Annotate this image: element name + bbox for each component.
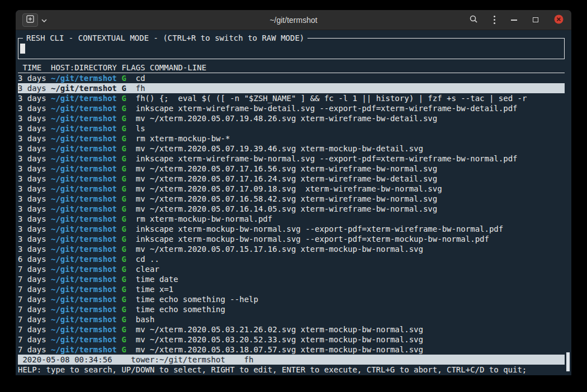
row-directory: ~/git/termshot — [51, 275, 117, 284]
row-flag: G — [121, 144, 126, 153]
row-flag: G — [121, 154, 126, 163]
row-time: 6 days — [18, 255, 46, 264]
row-directory: ~/git/termshot — [51, 265, 117, 274]
new-tab-button[interactable] — [22, 13, 38, 27]
row-command: clear — [136, 265, 159, 274]
row-time: 3 days — [18, 114, 46, 123]
history-row[interactable]: 3 days ~/git/termshot G fh — [18, 83, 565, 93]
scrollbar-thumb[interactable] — [566, 352, 570, 371]
search-icon — [469, 15, 478, 25]
row-time: 7 days — [18, 305, 46, 314]
history-row[interactable]: 7 days ~/git/termshot G time date — [18, 274, 565, 284]
titlebar-left-controls — [22, 13, 48, 27]
history-row[interactable]: 3 days ~/git/termshot G inkscape xterm-w… — [18, 103, 565, 113]
history-row[interactable]: 3 days ~/git/termshot G cd — [18, 73, 565, 83]
history-row[interactable]: 7 days ~/git/termshot G bash — [18, 314, 565, 324]
history-rows: 3 days ~/git/termshot G cd3 days ~/git/t… — [18, 73, 565, 355]
mode-title: RESH CLI - CONTEXTUAL MODE - (CTRL+R to … — [23, 33, 307, 43]
search-button[interactable] — [468, 13, 479, 26]
row-directory: ~/git/termshot — [51, 345, 117, 354]
history-row[interactable]: 3 days ~/git/termshot G inkscape xterm-w… — [18, 154, 565, 164]
row-time: 3 days — [18, 245, 46, 254]
row-command: mv ~/xterm.2020.05.07.15.17.16.svg xterm… — [136, 245, 423, 254]
row-flag: G — [121, 305, 126, 314]
history-row[interactable]: 7 days ~/git/termshot G mv ~/xterm.2020.… — [18, 345, 565, 355]
row-flag: G — [121, 84, 126, 93]
history-row[interactable]: 3 days ~/git/termshot G inkscape xterm-m… — [18, 234, 565, 244]
row-command: mv ~/xterm.2020.05.07.19.48.26.svg xterm… — [136, 114, 437, 123]
row-directory: ~/git/termshot — [51, 124, 117, 133]
row-directory: ~/git/termshot — [51, 204, 117, 213]
row-directory: ~/git/termshot — [51, 255, 117, 264]
terminal-content: RESH CLI - CONTEXTUAL MODE - (CTRL+R to … — [16, 30, 571, 375]
history-row[interactable]: 3 days ~/git/termshot G fh() {; eval $( … — [18, 93, 565, 103]
history-row[interactable]: 3 days ~/git/termshot G inkscape xterm-m… — [18, 224, 565, 234]
row-time: 3 days — [18, 184, 46, 193]
history-row[interactable]: 3 days ~/git/termshot G mv ~/xterm.2020.… — [18, 174, 565, 184]
row-directory: ~/git/termshot — [51, 144, 117, 153]
row-command: mv ~/xterm.2020.05.07.17.16.56.svg xterm… — [136, 164, 437, 173]
row-time: 3 days — [18, 94, 46, 103]
history-row[interactable]: 7 days ~/git/termshot G time x=1 — [18, 284, 565, 294]
row-directory: ~/git/termshot — [51, 194, 117, 203]
row-command: cd .. — [136, 255, 159, 264]
row-command: bash — [136, 315, 155, 324]
history-row[interactable]: 3 days ~/git/termshot G mv ~/xterm.2020.… — [18, 244, 565, 254]
row-directory: ~/git/termshot — [51, 84, 117, 93]
history-row[interactable]: 7 days ~/git/termshot G time echo someth… — [18, 294, 565, 304]
history-row[interactable]: 7 days ~/git/termshot G mv ~/xterm.2020.… — [18, 324, 565, 334]
row-time: 7 days — [18, 345, 46, 354]
history-row[interactable]: 3 days ~/git/termshot G rm xterm-mockup-… — [18, 214, 565, 224]
close-button[interactable] — [553, 13, 565, 27]
history-row[interactable]: 7 days ~/git/termshot G clear — [18, 264, 565, 274]
row-directory: ~/git/termshot — [51, 174, 117, 183]
row-time: 7 days — [18, 325, 46, 334]
row-flag: G — [121, 235, 126, 243]
row-time: 3 days — [18, 174, 46, 183]
row-flag: G — [121, 104, 126, 113]
terminal-window: ~/git/termshot — [16, 10, 571, 375]
row-time: 3 days — [18, 164, 46, 173]
restore-button[interactable] — [532, 16, 539, 23]
search-input[interactable]: RESH CLI - CONTEXTUAL MODE - (CTRL+R to … — [18, 38, 565, 59]
text-cursor — [20, 44, 25, 54]
close-icon — [554, 15, 564, 26]
row-command: mv ~/xterm.2020.05.07.17.09.18.svg xterm… — [136, 184, 442, 193]
row-time: 3 days — [18, 154, 46, 163]
menu-button[interactable] — [493, 15, 496, 25]
history-row[interactable]: 3 days ~/git/termshot G mv ~/xterm.2020.… — [18, 204, 565, 214]
history-row[interactable]: 3 days ~/git/termshot G mv ~/xterm.2020.… — [18, 113, 565, 123]
history-row[interactable]: 3 days ~/git/termshot G ls — [18, 123, 565, 133]
titlebar: ~/git/termshot — [16, 10, 571, 30]
row-directory: ~/git/termshot — [51, 245, 117, 254]
history-header: TIME HOST:DIRECTORY FLAGS COMMAND-LINE — [18, 63, 565, 73]
row-directory: ~/git/termshot — [51, 325, 117, 334]
history-row[interactable]: 3 days ~/git/termshot G rm xterm-mockup-… — [18, 133, 565, 144]
new-tab-dropdown-button[interactable] — [40, 15, 48, 25]
row-flag: G — [121, 114, 126, 123]
row-command: mv ~/xterm.2020.05.07.19.39.46.svg xterm… — [136, 144, 423, 153]
history-row[interactable]: 3 days ~/git/termshot G mv ~/xterm.2020.… — [18, 164, 565, 174]
history-row[interactable]: 3 days ~/git/termshot G mv ~/xterm.2020.… — [18, 184, 565, 194]
row-command: time echo something — [136, 305, 225, 314]
status-timestamp: 2020-05-08 00:34:56 — [22, 355, 112, 364]
row-command: fh — [136, 84, 145, 93]
row-time: 7 days — [18, 275, 46, 284]
row-flag: G — [121, 204, 126, 213]
row-command: inkscape xterm-wireframe-bw-detail.svg -… — [136, 104, 518, 113]
history-row[interactable]: 7 days ~/git/termshot G mv ~/xterm.2020.… — [18, 334, 565, 345]
minimize-button[interactable] — [510, 18, 518, 22]
row-directory: ~/git/termshot — [51, 104, 117, 113]
history-row[interactable]: 6 days ~/git/termshot G cd .. — [18, 254, 565, 264]
row-flag: G — [121, 174, 126, 183]
row-command: mv ~/xterm.2020.05.03.18.07.57.svg xterm… — [136, 345, 423, 354]
history-row[interactable]: 7 days ~/git/termshot G time echo someth… — [18, 304, 565, 314]
history-row[interactable]: 3 days ~/git/termshot G mv ~/xterm.2020.… — [18, 194, 565, 204]
row-command: ls — [136, 124, 145, 133]
row-command: inkscape xterm-mockup-bw-normal.svg --ex… — [136, 235, 489, 243]
row-time: 7 days — [18, 315, 46, 324]
history-row[interactable]: 3 days ~/git/termshot G mv ~/xterm.2020.… — [18, 144, 565, 154]
minimize-icon — [511, 20, 517, 21]
row-flag: G — [121, 265, 126, 274]
row-time: 7 days — [18, 295, 46, 304]
